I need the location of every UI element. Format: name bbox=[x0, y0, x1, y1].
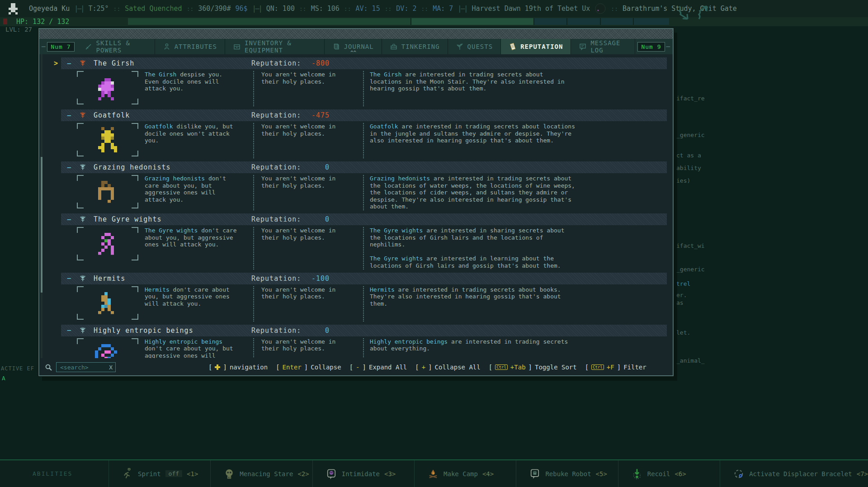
intimidate-icon bbox=[326, 468, 337, 480]
collapse-indicator[interactable]: − bbox=[67, 326, 75, 335]
holy-places-text: You aren't welcome in their holy places. bbox=[261, 338, 357, 358]
search-input[interactable] bbox=[59, 364, 107, 371]
hint-collapse[interactable]: [Enter]Collapse bbox=[276, 364, 341, 371]
ability-hotkey: <6> bbox=[675, 470, 686, 478]
column-separator bbox=[253, 227, 254, 270]
column-separator bbox=[363, 286, 364, 322]
tab-attributes[interactable]: ATTRIBUTES bbox=[155, 39, 225, 54]
ability-sprint[interactable]: Sprintoff<1> bbox=[108, 460, 210, 487]
hint-toggle-sort[interactable]: [Ctrl+Tab]Toggle Sort bbox=[489, 364, 577, 371]
background-text-fragment: let. bbox=[676, 329, 690, 336]
tab-skills-powers[interactable]: SKILLS & POWERS bbox=[77, 39, 155, 54]
background-text-fragment: ifact_re bbox=[676, 95, 705, 102]
faction-row-hermits: −HermitsReputation:-100Hermits don't car… bbox=[39, 273, 673, 322]
background-text-fragment: _animal_ bbox=[676, 357, 705, 364]
separator: :: bbox=[187, 5, 194, 12]
standing-text: Highly entropic beings don't care about … bbox=[145, 338, 253, 358]
ability-activate-displacer-bracelet[interactable]: Activate Displacer Bracelet<7> bbox=[720, 460, 868, 487]
interests-text: The Girsh are interested in trading secr… bbox=[370, 71, 664, 106]
ability-label: Menacing Stare bbox=[240, 470, 293, 478]
collapse-indicator[interactable]: − bbox=[67, 59, 75, 68]
collapse-indicator[interactable]: − bbox=[67, 111, 75, 120]
separator: :: bbox=[385, 5, 392, 12]
search-icon bbox=[45, 364, 52, 371]
faction-row-the-gyre-wights: −The Gyre wightsReputation:0The Gyre wig… bbox=[39, 213, 673, 270]
tab-reputation[interactable]: REPUTATION bbox=[501, 39, 571, 54]
faction-portrait bbox=[77, 286, 145, 322]
column-separator bbox=[253, 71, 254, 106]
faction-row-grazing-hedonists: −Grazing hedonistsReputation:0Grazing he… bbox=[39, 161, 673, 210]
faction-portrait bbox=[77, 338, 145, 358]
hint-navigation[interactable]: []navigation bbox=[208, 364, 268, 371]
ability-rebuke-robot[interactable]: Rebuke Robot<5> bbox=[516, 460, 618, 487]
faction-header-goatfolk[interactable]: −GoatfolkReputation:-475 bbox=[61, 109, 667, 121]
hp-icon bbox=[3, 19, 7, 24]
tab-tinkering[interactable]: TINKERING bbox=[382, 39, 448, 54]
numkey-left-wrap: ─Num 7 bbox=[39, 39, 77, 54]
bracket: [ bbox=[349, 364, 353, 371]
ability-hotkey: <2> bbox=[297, 470, 309, 478]
bracket: ] bbox=[617, 364, 621, 371]
faction-header-the-girsh[interactable]: >−The GirshReputation:-800 bbox=[61, 57, 667, 69]
column-separator bbox=[253, 338, 254, 358]
frame-corner bbox=[132, 123, 138, 129]
hint-filter[interactable]: [Ctrl+F]Filter bbox=[585, 364, 646, 371]
faction-name-inline: The Gyre wights bbox=[145, 227, 198, 234]
frame-corner bbox=[77, 99, 84, 104]
selection-cursor: > bbox=[54, 59, 58, 67]
hint-label: Collapse All bbox=[435, 364, 481, 371]
reputation-value: -100 bbox=[292, 274, 330, 283]
bar-divider bbox=[566, 18, 567, 25]
hint-expand-all[interactable]: [-]Expand All bbox=[349, 364, 407, 371]
ability-label: Activate Displacer Bracelet bbox=[749, 470, 852, 478]
faction-detail: Hermits don't care about you, but aggres… bbox=[39, 286, 673, 322]
scroll-icon bbox=[509, 43, 517, 51]
faction-name: Grazing hedonists bbox=[94, 163, 171, 171]
faction-header-hermits[interactable]: −HermitsReputation:-100 bbox=[61, 273, 667, 284]
tab-label: REPUTATION bbox=[520, 43, 563, 50]
stat-qn: QN: 100 bbox=[266, 5, 295, 13]
wight-sprite-pixels bbox=[95, 233, 120, 255]
money: 96$ bbox=[236, 5, 248, 13]
ability-intimidate[interactable]: Intimidate<3> bbox=[312, 460, 414, 487]
sprint-icon bbox=[122, 468, 133, 480]
tab-label: TINKERING bbox=[401, 43, 440, 50]
message-icon bbox=[579, 43, 587, 51]
activate-displacer-bracelet-icon bbox=[733, 468, 745, 480]
game-date: Harvest Dawn 19th of Tebet Ux bbox=[472, 5, 590, 13]
bracket: ] bbox=[363, 364, 366, 371]
game-screen: Ogeyeda Ku|—|T:25°::Sated Quenched::360/… bbox=[0, 0, 868, 487]
faction-detail: Highly entropic beings don't care about … bbox=[39, 338, 673, 358]
tab-inventory-equipment[interactable]: INVENTORY & EQUIPMENT bbox=[225, 39, 325, 54]
column-separator bbox=[253, 175, 254, 210]
bracket: ] bbox=[428, 364, 432, 371]
tab-bar-tick: ─ bbox=[42, 43, 46, 50]
ability-make-camp[interactable]: Make Camp<4> bbox=[414, 460, 516, 487]
faction-header-highly-entropic-beings[interactable]: −Highly entropic beingsReputation:0 bbox=[61, 325, 667, 336]
keyboard-hints: []navigation[Enter]Collapse[-]Expand All… bbox=[208, 364, 646, 371]
faction-name-inline: Goatfolk bbox=[370, 123, 398, 130]
reputation-value: -475 bbox=[292, 111, 330, 119]
hint-collapse-all[interactable]: [+]Collapse All bbox=[415, 364, 480, 371]
tab-quests[interactable]: QUESTS bbox=[448, 39, 501, 54]
collapse-indicator[interactable]: − bbox=[67, 215, 75, 224]
frame-corner bbox=[132, 151, 138, 156]
ability-recoil[interactable]: Recoil<6> bbox=[618, 460, 720, 487]
column-separator bbox=[363, 175, 364, 210]
hint-label: Toggle Sort bbox=[535, 364, 577, 371]
tab-message-log[interactable]: MESSAGE LOG bbox=[571, 39, 635, 54]
faction-name-inline: Highly entropic beings bbox=[145, 338, 222, 345]
ability-hotkey: <4> bbox=[482, 470, 494, 478]
faction-header-grazing-hedonists[interactable]: −Grazing hedonistsReputation:0 bbox=[61, 161, 667, 173]
holy-places-text: You aren't welcome in their holy places. bbox=[261, 175, 357, 210]
standing-text: Hermits don't care about you, but aggres… bbox=[145, 286, 253, 322]
window-bottom-bar: X []navigation[Enter]Collapse[-]Expand A… bbox=[39, 359, 673, 375]
search-box[interactable]: X bbox=[56, 362, 116, 372]
collapse-indicator[interactable]: − bbox=[67, 163, 75, 172]
goatfolk-sprite-pixels bbox=[95, 127, 120, 152]
faction-header-the-gyre-wights[interactable]: −The Gyre wightsReputation:0 bbox=[61, 213, 667, 225]
search-clear-button[interactable]: X bbox=[109, 364, 113, 371]
collapse-indicator[interactable]: − bbox=[67, 274, 75, 283]
hp-value: HP: 132 / 132 bbox=[16, 18, 69, 26]
ability-menacing-stare[interactable]: Menacing Stare<2> bbox=[210, 460, 312, 487]
